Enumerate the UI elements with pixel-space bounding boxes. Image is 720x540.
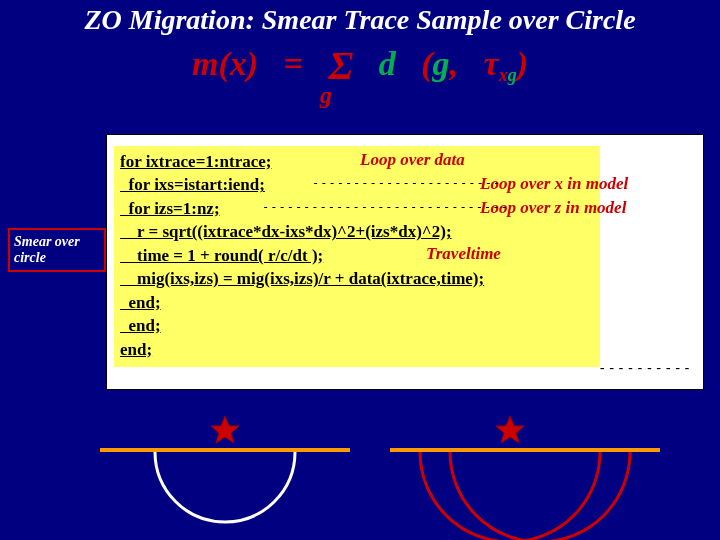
sigma-under-g: g	[320, 82, 332, 109]
formula-mx: m(x)	[192, 45, 258, 82]
sigma-symbol: Σ	[328, 43, 353, 88]
slide-title: ZO Migration: Smear Trace Sample over Ci…	[0, 0, 720, 36]
code-line-8: end;	[120, 314, 594, 337]
code-line-5: time = 1 + round( r/c/dt );	[120, 244, 594, 267]
code-line-4: r = sqrt((ixtrace*dx-ixs*dx)^2+(izs*dx)^…	[120, 220, 594, 243]
svg-marker-0	[211, 416, 239, 443]
formula: m(x) = Σ d (g, τxg) g	[0, 38, 720, 108]
migration-diagram	[100, 390, 700, 540]
arc-right-2	[450, 452, 630, 540]
arc-left-inner	[155, 452, 295, 522]
code-line-1: for ixtrace=1:ntrace;	[120, 150, 594, 173]
sub-x: x	[499, 65, 508, 85]
comma: ,	[450, 45, 459, 82]
annot-travel: Traveltime	[426, 244, 501, 264]
dash-z: ------------------------------	[262, 200, 509, 214]
svg-marker-1	[496, 416, 524, 443]
code-line-7: end;	[120, 291, 594, 314]
dash-end: ----------	[598, 360, 692, 376]
formula-eq: =	[284, 45, 303, 82]
code-line-6: mig(ixs,izs) = mig(ixs,izs)/r + data(ixt…	[120, 267, 594, 290]
smear-label-box: Smear over circle	[8, 228, 106, 272]
code-line-9: end;	[120, 338, 594, 361]
arc-right-1	[420, 452, 600, 540]
formula-g: g	[433, 45, 450, 82]
burst-left	[211, 416, 239, 443]
rparen: )	[517, 45, 528, 82]
sub-g: g	[508, 65, 517, 85]
formula-d: d	[379, 45, 396, 82]
annot-loop-x: Loop over x in model	[480, 174, 628, 194]
lparen: (	[421, 45, 432, 82]
annot-loop-data: Loop over data	[360, 150, 465, 170]
tau: τ	[484, 45, 499, 82]
burst-right	[496, 416, 524, 443]
dash-x: -----------------------	[312, 176, 501, 190]
